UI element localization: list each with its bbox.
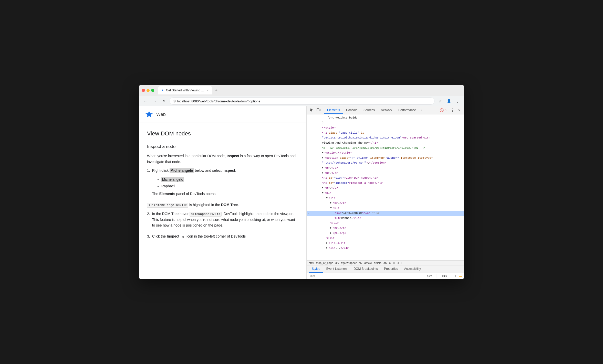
inspect-element-button[interactable] — [309, 107, 315, 114]
tab-favicon-icon: ✦ — [161, 89, 164, 92]
dom-line[interactable]: <h3 id="inspect">Inspect a node</h3> — [307, 181, 464, 186]
dom-line[interactable]: <h1 class="page-title" id= — [307, 131, 464, 136]
bookmark-button[interactable]: ☆ — [436, 98, 444, 105]
dom-line[interactable]: } — [307, 121, 464, 126]
dom-line[interactable]: ▼ <ol> — [307, 191, 464, 196]
page-brand-label: Web — [156, 112, 166, 117]
tab-console[interactable]: Console — [343, 107, 360, 114]
dom-line[interactable]: font-weight: bold; — [307, 115, 464, 121]
filter-input[interactable] — [309, 274, 422, 277]
address-bar[interactable]: ⓘ localhost:8080/web/tools/chrome-devtoo… — [170, 98, 434, 105]
ellipsis-indicator: … — [307, 211, 310, 215]
tab-elements[interactable]: Elements — [324, 107, 343, 114]
devtools-more-tabs[interactable]: » — [419, 108, 424, 113]
tab-performance[interactable]: Performance — [395, 107, 419, 114]
breadcrumb-li-2[interactable]: li — [401, 261, 402, 264]
breadcrumb-li-1[interactable]: li — [393, 261, 395, 264]
devtools-panel: Elements Console Sources Network Perform… — [307, 106, 464, 279]
page-header: Web — [139, 106, 306, 123]
security-icon: ⓘ — [173, 99, 176, 103]
close-button[interactable] — [142, 89, 145, 92]
dom-line[interactable]: </li> — [307, 236, 464, 241]
dom-line[interactable]: ▶ <p>…</p> — [307, 186, 464, 191]
dom-line[interactable]: ▼ <ul> — [307, 206, 464, 211]
dom-line[interactable]: "get_started_with_viewing_and_changing_t… — [307, 135, 464, 141]
dom-line[interactable]: </ul> — [307, 221, 464, 226]
step-1: 1. Right-click Michelangelo below and se… — [147, 168, 298, 200]
devtools-toolbar: Elements Console Sources Network Perform… — [307, 106, 464, 114]
tab-network[interactable]: Network — [378, 107, 395, 114]
device-toolbar-button[interactable] — [315, 107, 321, 114]
dom-line[interactable]: ▶ <li>…</li> — [307, 241, 464, 246]
back-button[interactable]: ← — [142, 98, 149, 105]
devtools-close-button[interactable]: × — [457, 108, 462, 113]
dom-line[interactable]: Viewing And Changing The DOM</h1> — [307, 141, 464, 146]
dom-text: font-weight: bold; — [327, 116, 358, 120]
dom-tree[interactable]: font-weight: bold; } </style> <h1 class=… — [307, 114, 464, 260]
dom-line[interactable]: <h2 id="view">View DOM nodes</h2> — [307, 176, 464, 181]
breadcrumb-article-2[interactable]: article — [374, 261, 381, 264]
step-1-list: Michelangelo Raphael — [152, 177, 298, 189]
tab-sources[interactable]: Sources — [360, 107, 378, 114]
tab-accessibility[interactable]: Accessibility — [401, 265, 424, 273]
nav-actions: ☆ 👤 ⋮ — [436, 98, 461, 105]
forward-button[interactable]: → — [151, 98, 158, 105]
page-content: Web View DOM nodes Inspect a node When y… — [139, 106, 307, 279]
page-heading: View DOM nodes — [147, 129, 298, 138]
dom-tree-label: DOM Tree — [221, 203, 238, 207]
cls-filter-button[interactable]: .cls — [439, 274, 448, 278]
traffic-lights — [142, 89, 154, 92]
maximize-button[interactable] — [151, 89, 154, 92]
dom-line[interactable]: ▶ <style>…</style> — [307, 151, 464, 156]
dom-line[interactable]: ▶ <section class="wf-byline" itemprop="a… — [307, 156, 464, 161]
pseudo-filter-button[interactable]: :hov — [424, 274, 433, 278]
tab-close-icon[interactable]: × — [206, 88, 209, 92]
reload-button[interactable]: ↻ — [160, 98, 168, 105]
step-3-content: Click the Inspect ⊡ icon in the top-left… — [152, 233, 298, 242]
breadcrumb-gc-wrapper[interactable]: #gc-wrapper — [341, 261, 357, 264]
dom-line[interactable]: ▶ <p>…</p> — [307, 171, 464, 176]
breadcrumb-div-1[interactable]: div — [335, 261, 339, 264]
dom-line[interactable]: ▶ <p>…</p> — [307, 226, 464, 231]
svg-rect-0 — [317, 109, 319, 111]
breadcrumb-top-of-page[interactable]: #top_of_page — [316, 261, 333, 264]
dom-line[interactable]: <!-- wf_template: src/templates/contribu… — [307, 146, 464, 151]
dom-line[interactable]: ▶ <p>…</p> — [307, 166, 464, 171]
breadcrumb-article-1[interactable]: article — [364, 261, 372, 264]
dom-line[interactable]: "http://schema.org/Person">…</section> — [307, 160, 464, 166]
tab-dom-breakpoints[interactable]: DOM Breakpoints — [350, 265, 381, 273]
devtools-error: 🚫 6 — [438, 108, 449, 112]
page-body: View DOM nodes Inspect a node When you'r… — [139, 123, 306, 250]
minimize-button[interactable] — [147, 89, 150, 92]
selected-dom-line[interactable]: … <li>Michelangelo</li> == $0 — [307, 211, 464, 216]
step-2-num: 2. — [147, 211, 150, 231]
tab-styles[interactable]: Styles — [309, 265, 323, 273]
add-style-button[interactable]: + — [454, 274, 456, 278]
account-button[interactable]: 👤 — [445, 98, 452, 105]
tab-event-listeners[interactable]: Event Listeners — [323, 265, 351, 273]
dom-tag: </style> — [322, 126, 336, 130]
dom-line[interactable]: <li>Raphael</li> — [307, 216, 464, 221]
breadcrumb-ol[interactable]: ol — [389, 261, 391, 264]
breadcrumb-html[interactable]: html — [309, 261, 314, 264]
code-raphael: <li>Raphael</li> — [190, 212, 222, 217]
active-tab[interactable]: ✦ Get Started With Viewing And × — [158, 86, 212, 94]
dom-line[interactable]: ▶ <p>…</p> — [307, 201, 464, 206]
breadcrumb-div-3[interactable]: div — [383, 261, 387, 264]
svg-rect-1 — [319, 109, 320, 111]
browser-menu-button[interactable]: ⋮ — [454, 98, 461, 105]
step-3-num: 3. — [147, 233, 150, 242]
step-1-note: The Elements panel of DevTools opens. — [152, 191, 298, 197]
dom-line[interactable]: ▶ <li>...</li> — [307, 246, 464, 251]
tab-properties[interactable]: Properties — [381, 265, 401, 273]
devtools-tabs: Elements Console Sources Network Perform… — [322, 107, 437, 114]
dom-line[interactable]: </style> — [307, 125, 464, 131]
breadcrumb-ul[interactable]: ul — [397, 261, 399, 264]
breadcrumb-div-2[interactable]: div — [359, 261, 362, 264]
dom-breadcrumb: html #top_of_page div #gc-wrapper div ar… — [307, 260, 464, 265]
devtools-menu-button[interactable]: ⋮ — [449, 107, 456, 113]
url-text: localhost:8080/web/tools/chrome-devtools… — [177, 99, 260, 103]
dom-line[interactable]: ▼ <li> — [307, 196, 464, 201]
dom-line[interactable]: ▶ <p>…</p> — [307, 231, 464, 236]
new-tab-button[interactable]: + — [213, 87, 219, 94]
